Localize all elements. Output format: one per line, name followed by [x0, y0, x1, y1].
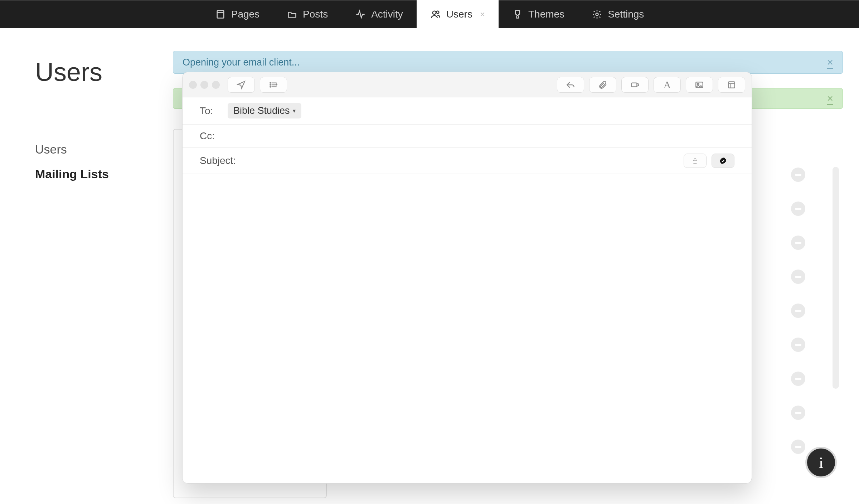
remove-button[interactable]	[791, 372, 805, 386]
send-button[interactable]	[228, 77, 255, 93]
nav-settings[interactable]: Settings	[578, 0, 657, 28]
remove-button[interactable]	[791, 440, 805, 454]
top-nav: Pages Posts Activity Users × Theme	[0, 0, 859, 28]
nav-label: Themes	[528, 9, 564, 20]
remove-button[interactable]	[791, 406, 805, 420]
alert-info: Opening your email client... ×	[173, 51, 843, 74]
scrollbar[interactable]	[833, 167, 839, 389]
remove-button[interactable]	[791, 168, 805, 182]
chevron-down-icon: ▾	[293, 107, 296, 114]
svg-point-3	[436, 11, 439, 13]
traffic-close-icon[interactable]	[189, 81, 197, 89]
brush-icon	[512, 9, 523, 20]
paperclip-icon	[598, 80, 607, 89]
reply-icon	[566, 80, 575, 89]
svg-rect-17	[693, 160, 697, 163]
traffic-max-icon[interactable]	[212, 81, 220, 89]
gear-icon	[592, 9, 602, 20]
compose-to-row[interactable]: To: Bible Studies ▾	[183, 97, 752, 125]
info-fab[interactable]: i	[805, 447, 837, 478]
remove-button[interactable]	[791, 202, 805, 216]
link-icon	[630, 80, 640, 89]
window-controls[interactable]	[189, 81, 220, 89]
page-body: Users Users Mailing Lists Opening your e…	[0, 28, 859, 504]
subject-label: Subject:	[200, 155, 239, 166]
cc-label: Cc:	[200, 130, 221, 142]
font-button[interactable]: A	[654, 77, 681, 93]
sidebar: Users Mailing Lists	[35, 142, 142, 192]
nav-activity[interactable]: Activity	[341, 0, 417, 28]
recipient-chip[interactable]: Bible Studies ▾	[228, 103, 301, 118]
subject-row-actions	[684, 154, 734, 168]
reply-button[interactable]	[557, 77, 584, 93]
remove-button[interactable]	[791, 338, 805, 352]
nav-posts[interactable]: Posts	[273, 0, 341, 28]
font-a-icon: A	[664, 79, 671, 91]
to-label: To:	[200, 105, 221, 117]
compose-cc-row[interactable]: Cc:	[183, 125, 752, 148]
traffic-min-icon[interactable]	[200, 81, 208, 89]
sidebar-item-users[interactable]: Users	[35, 142, 142, 156]
nav-label: Pages	[231, 9, 259, 20]
image-button[interactable]	[686, 77, 713, 93]
remove-button[interactable]	[791, 304, 805, 318]
remove-button[interactable]	[791, 270, 805, 284]
users-icon	[430, 9, 441, 20]
sidebar-item-label: Users	[35, 142, 67, 156]
nav-themes[interactable]: Themes	[499, 0, 578, 28]
sidebar-item-label: Mailing Lists	[35, 167, 109, 181]
folder-icon	[287, 9, 297, 20]
compose-subject-row[interactable]: Subject:	[183, 148, 752, 174]
nav-users[interactable]: Users ×	[417, 0, 499, 28]
svg-point-13	[698, 83, 699, 84]
svg-rect-14	[728, 82, 734, 88]
svg-point-9	[270, 84, 271, 85]
svg-point-2	[433, 11, 436, 14]
alert-success-close[interactable]: ×	[827, 92, 833, 105]
sidebar-item-mailing-lists[interactable]: Mailing Lists	[35, 167, 142, 181]
svg-point-8	[270, 82, 271, 83]
page-title: Users	[35, 57, 102, 87]
activity-icon	[355, 9, 366, 20]
recipient-chip-label: Bible Studies	[233, 105, 290, 116]
compose-window: A To: Bible Studies ▾ Cc: Subject:	[182, 72, 752, 484]
attach-button[interactable]	[589, 77, 616, 93]
nav-label: Users	[446, 9, 472, 20]
verified-button[interactable]	[712, 154, 734, 168]
compose-toolbar: A	[183, 72, 752, 97]
svg-point-10	[270, 86, 271, 87]
layout-button[interactable]	[718, 77, 745, 93]
svg-rect-11	[631, 83, 637, 87]
remove-button[interactable]	[791, 236, 805, 250]
tab-close-icon[interactable]: ×	[480, 9, 485, 19]
info-icon: i	[819, 454, 823, 472]
image-icon	[695, 80, 704, 89]
format-list-button[interactable]	[260, 77, 287, 93]
layout-icon	[727, 80, 736, 89]
nav-pages[interactable]: Pages	[202, 0, 273, 28]
verified-badge-icon	[719, 157, 727, 165]
remove-buttons-column	[791, 168, 805, 454]
alert-info-text: Opening your email client...	[183, 57, 300, 68]
nav-label: Activity	[371, 9, 403, 20]
list-icon	[269, 80, 278, 89]
nav-label: Settings	[608, 9, 644, 20]
alert-info-close[interactable]: ×	[827, 56, 833, 68]
nav-label: Posts	[303, 9, 328, 20]
svg-rect-0	[217, 10, 224, 18]
paperplane-icon	[237, 80, 246, 89]
page-icon	[215, 9, 226, 20]
top-nav-inner: Pages Posts Activity Users × Theme	[202, 0, 658, 28]
link-button[interactable]	[621, 77, 649, 93]
lock-icon	[691, 157, 699, 165]
svg-point-4	[596, 13, 598, 15]
lock-button[interactable]	[684, 154, 707, 168]
